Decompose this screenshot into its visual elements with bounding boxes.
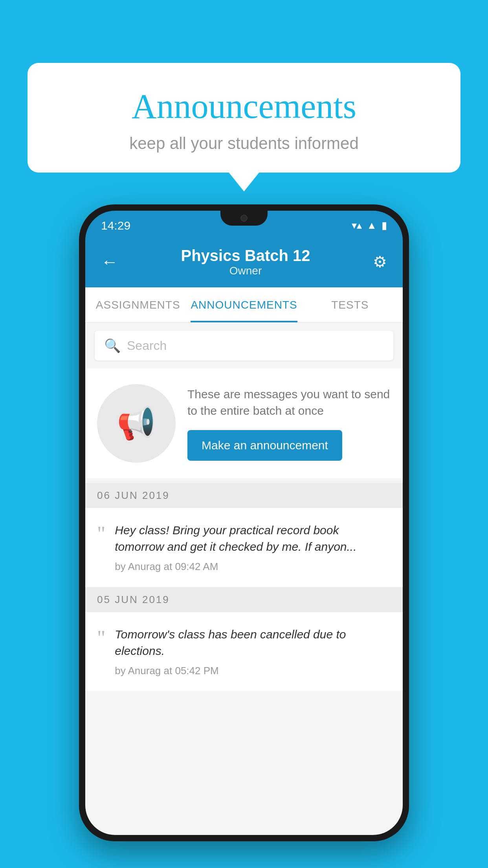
bubble-title: Announcements [47,86,441,126]
signal-icon: ▲ [367,219,377,232]
bubble-subtitle: keep all your students informed [47,134,441,153]
announcement-content: Hey class! Bring your practical record b… [115,522,391,573]
front-camera [240,215,248,222]
search-bar[interactable]: 🔍 Search [95,331,393,360]
batch-role: Owner [118,265,373,277]
make-announcement-button[interactable]: Make an announcement [187,430,342,461]
quote-icon-2: " [97,628,105,648]
tab-bar: ASSIGNMENTS ANNOUNCEMENTS TESTS [85,287,403,323]
search-placeholder: Search [127,338,167,353]
tab-tests[interactable]: TESTS [297,287,403,322]
promo-card: 📢 These are messages you want to send to… [85,368,403,478]
date-divider-june5: 05 JUN 2019 [85,587,403,612]
announcement-item-2[interactable]: " Tomorrow's class has been cancelled du… [85,612,403,691]
quote-icon: " [97,524,105,544]
tab-assignments[interactable]: ASSIGNMENTS [85,287,191,322]
status-icons: ▾▴ ▲ ▮ [352,219,387,232]
phone-notch [220,211,268,226]
megaphone-icon: 📢 [117,405,156,442]
status-time: 14:29 [101,219,130,232]
speech-bubble: Announcements keep all your students inf… [28,63,460,173]
batch-title: Physics Batch 12 [118,247,373,265]
wifi-icon: ▾▴ [352,219,362,232]
date-divider-june6: 06 JUN 2019 [85,483,403,508]
header-title-block: Physics Batch 12 Owner [118,247,373,277]
phone-frame: 14:29 ▾▴ ▲ ▮ ← Physics Batch 12 Owner ⚙ … [79,204,409,841]
speech-bubble-section: Announcements keep all your students inf… [28,63,460,173]
phone-screen: 14:29 ▾▴ ▲ ▮ ← Physics Batch 12 Owner ⚙ … [85,211,403,835]
settings-button[interactable]: ⚙ [373,253,387,271]
promo-content: These are messages you want to send to t… [187,386,391,461]
announcement-meta: by Anurag at 09:42 AM [115,561,391,573]
search-icon: 🔍 [104,338,121,353]
promo-description: These are messages you want to send to t… [187,386,391,419]
tab-announcements[interactable]: ANNOUNCEMENTS [191,287,297,322]
back-button[interactable]: ← [101,252,118,272]
app-header: ← Physics Batch 12 Owner ⚙ [85,236,403,287]
megaphone-circle: 📢 [97,384,176,463]
announcement-item[interactable]: " Hey class! Bring your practical record… [85,508,403,587]
announcement-content-2: Tomorrow's class has been cancelled due … [115,626,391,677]
battery-icon: ▮ [382,219,387,232]
announcement-text-2: Tomorrow's class has been cancelled due … [115,626,391,659]
announcement-text: Hey class! Bring your practical record b… [115,522,391,555]
content-area: 🔍 Search 📢 These are messages you want t… [85,323,403,835]
announcement-meta-2: by Anurag at 05:42 PM [115,665,391,677]
